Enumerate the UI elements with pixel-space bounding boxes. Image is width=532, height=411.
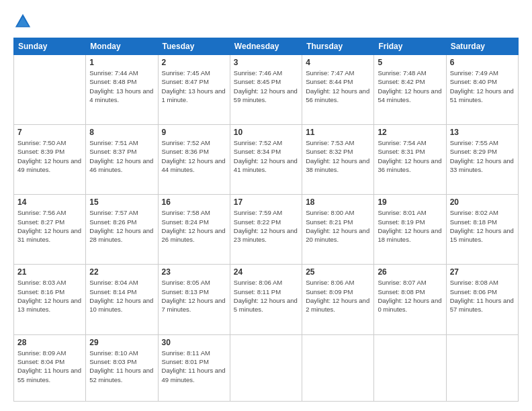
day-number: 24 (234, 267, 298, 277)
day-number: 6 (450, 58, 515, 67)
day-info: Sunrise: 8:02 AM Sunset: 8:18 PM Dayligh… (450, 208, 515, 244)
day-number: 29 (89, 338, 154, 347)
calendar-cell: 20Sunrise: 8:02 AM Sunset: 8:18 PM Dayli… (446, 195, 518, 265)
calendar-cell: 13Sunrise: 7:55 AM Sunset: 8:29 PM Dayli… (446, 125, 518, 195)
calendar-cell: 3Sunrise: 7:46 AM Sunset: 8:45 PM Daylig… (230, 55, 302, 125)
calendar-cell: 2Sunrise: 7:45 AM Sunset: 8:47 PM Daylig… (158, 55, 230, 125)
day-info: Sunrise: 8:05 AM Sunset: 8:13 PM Dayligh… (162, 278, 226, 314)
day-number: 16 (162, 197, 226, 207)
calendar-cell: 24Sunrise: 8:06 AM Sunset: 8:11 PM Dayli… (230, 265, 302, 334)
page: SundayMondayTuesdayWednesdayThursdayFrid… (0, 0, 532, 411)
day-info: Sunrise: 7:47 AM Sunset: 8:44 PM Dayligh… (306, 68, 370, 104)
calendar-week-row: 7Sunrise: 7:50 AM Sunset: 8:39 PM Daylig… (14, 125, 519, 195)
day-number: 30 (162, 338, 226, 347)
calendar-cell: 12Sunrise: 7:54 AM Sunset: 8:31 PM Dayli… (374, 125, 446, 195)
day-number: 9 (162, 128, 226, 137)
calendar-cell: 29Sunrise: 8:10 AM Sunset: 8:03 PM Dayli… (86, 334, 158, 401)
day-info: Sunrise: 7:52 AM Sunset: 8:36 PM Dayligh… (162, 138, 226, 174)
day-info: Sunrise: 8:07 AM Sunset: 8:08 PM Dayligh… (378, 278, 442, 314)
calendar-cell: 6Sunrise: 7:49 AM Sunset: 8:40 PM Daylig… (446, 55, 518, 125)
day-info: Sunrise: 7:49 AM Sunset: 8:40 PM Dayligh… (450, 68, 515, 104)
logo (13, 12, 35, 31)
day-info: Sunrise: 7:48 AM Sunset: 8:42 PM Dayligh… (378, 68, 442, 104)
day-number: 5 (378, 58, 442, 67)
calendar-cell: 18Sunrise: 8:00 AM Sunset: 8:21 PM Dayli… (302, 195, 374, 265)
calendar-cell: 4Sunrise: 7:47 AM Sunset: 8:44 PM Daylig… (302, 55, 374, 125)
calendar-cell: 9Sunrise: 7:52 AM Sunset: 8:36 PM Daylig… (158, 125, 230, 195)
calendar-cell (446, 334, 518, 401)
day-number: 13 (450, 128, 515, 137)
day-number: 14 (17, 197, 82, 207)
day-number: 27 (450, 267, 515, 277)
day-info: Sunrise: 8:00 AM Sunset: 8:21 PM Dayligh… (306, 208, 370, 244)
calendar-cell: 5Sunrise: 7:48 AM Sunset: 8:42 PM Daylig… (374, 55, 446, 125)
calendar-cell: 27Sunrise: 8:08 AM Sunset: 8:06 PM Dayli… (446, 265, 518, 334)
day-info: Sunrise: 7:58 AM Sunset: 8:24 PM Dayligh… (162, 208, 226, 244)
calendar-cell: 14Sunrise: 7:56 AM Sunset: 8:27 PM Dayli… (14, 195, 86, 265)
weekday-header-friday: Friday (374, 38, 446, 55)
day-number: 18 (306, 197, 370, 207)
day-info: Sunrise: 7:46 AM Sunset: 8:45 PM Dayligh… (234, 68, 298, 104)
day-number: 12 (378, 128, 442, 137)
day-number: 15 (89, 197, 154, 207)
calendar-cell (14, 55, 86, 125)
calendar-table: SundayMondayTuesdayWednesdayThursdayFrid… (13, 38, 519, 402)
calendar-cell: 7Sunrise: 7:50 AM Sunset: 8:39 PM Daylig… (14, 125, 86, 195)
day-info: Sunrise: 7:53 AM Sunset: 8:32 PM Dayligh… (306, 138, 370, 174)
calendar-cell: 23Sunrise: 8:05 AM Sunset: 8:13 PM Dayli… (158, 265, 230, 334)
day-info: Sunrise: 7:45 AM Sunset: 8:47 PM Dayligh… (162, 68, 226, 104)
day-info: Sunrise: 8:06 AM Sunset: 8:11 PM Dayligh… (234, 278, 298, 314)
day-number: 10 (234, 128, 298, 137)
calendar-cell: 15Sunrise: 7:57 AM Sunset: 8:26 PM Dayli… (86, 195, 158, 265)
weekday-header-monday: Monday (86, 38, 158, 55)
weekday-header-wednesday: Wednesday (230, 38, 302, 55)
calendar-cell: 30Sunrise: 8:11 AM Sunset: 8:01 PM Dayli… (158, 334, 230, 401)
day-info: Sunrise: 7:56 AM Sunset: 8:27 PM Dayligh… (17, 208, 82, 244)
calendar-cell: 28Sunrise: 8:09 AM Sunset: 8:04 PM Dayli… (14, 334, 86, 401)
day-number: 7 (17, 128, 82, 137)
day-number: 17 (234, 197, 298, 207)
day-info: Sunrise: 8:08 AM Sunset: 8:06 PM Dayligh… (450, 278, 515, 314)
day-number: 4 (306, 58, 370, 67)
day-info: Sunrise: 8:11 AM Sunset: 8:01 PM Dayligh… (162, 349, 226, 384)
calendar-cell: 16Sunrise: 7:58 AM Sunset: 8:24 PM Dayli… (158, 195, 230, 265)
calendar-week-row: 14Sunrise: 7:56 AM Sunset: 8:27 PM Dayli… (14, 195, 519, 265)
day-info: Sunrise: 7:50 AM Sunset: 8:39 PM Dayligh… (17, 138, 82, 174)
day-number: 8 (89, 128, 154, 137)
weekday-header-tuesday: Tuesday (158, 38, 230, 55)
calendar-week-row: 28Sunrise: 8:09 AM Sunset: 8:04 PM Dayli… (14, 334, 519, 401)
calendar-cell: 11Sunrise: 7:53 AM Sunset: 8:32 PM Dayli… (302, 125, 374, 195)
header (13, 12, 519, 31)
calendar-cell: 8Sunrise: 7:51 AM Sunset: 8:37 PM Daylig… (86, 125, 158, 195)
day-info: Sunrise: 7:52 AM Sunset: 8:34 PM Dayligh… (234, 138, 298, 174)
day-info: Sunrise: 7:59 AM Sunset: 8:22 PM Dayligh… (234, 208, 298, 244)
day-info: Sunrise: 8:09 AM Sunset: 8:04 PM Dayligh… (17, 349, 82, 384)
calendar-cell (302, 334, 374, 401)
weekday-header-thursday: Thursday (302, 38, 374, 55)
calendar-cell: 19Sunrise: 8:01 AM Sunset: 8:19 PM Dayli… (374, 195, 446, 265)
day-info: Sunrise: 8:03 AM Sunset: 8:16 PM Dayligh… (17, 278, 82, 314)
day-number: 3 (234, 58, 298, 67)
calendar-cell (230, 334, 302, 401)
day-number: 26 (378, 267, 442, 277)
weekday-header-sunday: Sunday (14, 38, 86, 55)
calendar-cell: 26Sunrise: 8:07 AM Sunset: 8:08 PM Dayli… (374, 265, 446, 334)
logo-icon (13, 12, 32, 31)
day-info: Sunrise: 7:44 AM Sunset: 8:48 PM Dayligh… (89, 68, 154, 104)
calendar-cell: 10Sunrise: 7:52 AM Sunset: 8:34 PM Dayli… (230, 125, 302, 195)
day-info: Sunrise: 8:10 AM Sunset: 8:03 PM Dayligh… (89, 349, 154, 384)
day-info: Sunrise: 7:51 AM Sunset: 8:37 PM Dayligh… (89, 138, 154, 174)
calendar-cell: 25Sunrise: 8:06 AM Sunset: 8:09 PM Dayli… (302, 265, 374, 334)
day-number: 22 (89, 267, 154, 277)
day-number: 28 (17, 338, 82, 347)
day-info: Sunrise: 8:04 AM Sunset: 8:14 PM Dayligh… (89, 278, 154, 314)
calendar-cell: 17Sunrise: 7:59 AM Sunset: 8:22 PM Dayli… (230, 195, 302, 265)
day-number: 2 (162, 58, 226, 67)
calendar-cell: 22Sunrise: 8:04 AM Sunset: 8:14 PM Dayli… (86, 265, 158, 334)
day-info: Sunrise: 7:54 AM Sunset: 8:31 PM Dayligh… (378, 138, 442, 174)
calendar-cell: 1Sunrise: 7:44 AM Sunset: 8:48 PM Daylig… (86, 55, 158, 125)
day-number: 23 (162, 267, 226, 277)
day-info: Sunrise: 7:57 AM Sunset: 8:26 PM Dayligh… (89, 208, 154, 244)
day-info: Sunrise: 8:01 AM Sunset: 8:19 PM Dayligh… (378, 208, 442, 244)
calendar-week-row: 21Sunrise: 8:03 AM Sunset: 8:16 PM Dayli… (14, 265, 519, 334)
